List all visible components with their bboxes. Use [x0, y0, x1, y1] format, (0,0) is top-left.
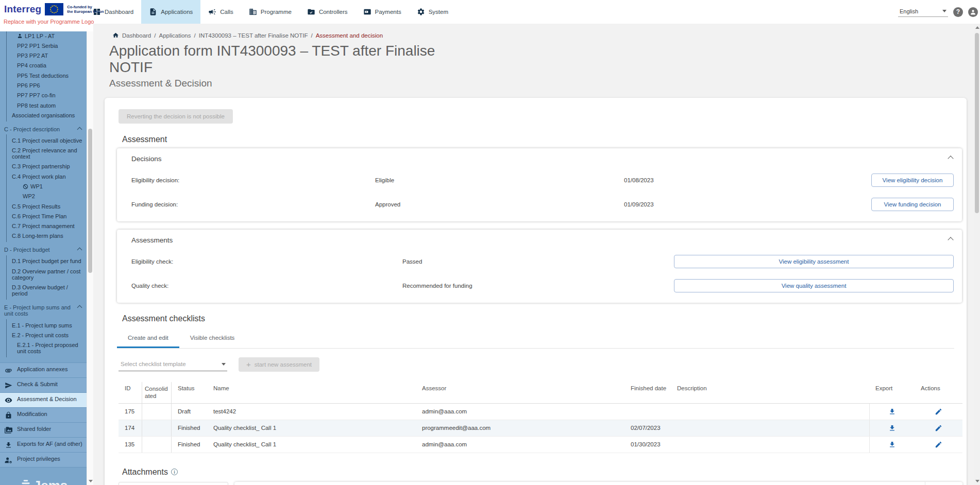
- decisions-title: Decisions: [131, 155, 954, 163]
- sidebar-item-shared-folder[interactable]: Shared folder: [0, 422, 87, 437]
- lock-icon: [5, 411, 12, 419]
- sidebar-item-assessment-decision[interactable]: Assessment & Decision: [0, 392, 87, 407]
- scroll-up-arrow-icon[interactable]: [975, 26, 979, 29]
- sidebar-scroll-thumb[interactable]: [88, 129, 92, 273]
- info-icon[interactable]: i: [171, 469, 178, 475]
- sidebar-item-d3[interactable]: D.3 Overview budget / period: [7, 282, 87, 298]
- sidebar-item-pp5[interactable]: PP5 Test deductions: [7, 71, 87, 80]
- page-title: Application form INT4300093 – TEST after…: [109, 43, 470, 76]
- sidebar-menu: Application annexes Check & Submit Asses…: [0, 362, 87, 467]
- attachments-table-header: File name Location Upload date User File…: [234, 482, 962, 485]
- download-icon: [888, 441, 896, 448]
- sidebar-item-exports[interactable]: Exports for AF (and other): [0, 437, 87, 452]
- eligibility-check-value: Passed: [402, 258, 674, 265]
- start-new-assessment-button[interactable]: + start new assessment: [239, 357, 319, 372]
- view-quality-assessment-button[interactable]: View quality assessment: [674, 279, 954, 292]
- payment-card-icon: [363, 8, 371, 16]
- sidebar-section-e[interactable]: E - Project lump sums and unit costs: [0, 300, 87, 319]
- edit-checklist-button[interactable]: [934, 440, 943, 449]
- checklist-table-header: ID Consolidated Status Name Assessor Fin…: [119, 382, 962, 404]
- nav-controllers[interactable]: Controllers: [299, 0, 356, 24]
- sidebar-item-c5[interactable]: C.5 Project Results: [7, 201, 87, 211]
- sidebar-section-c[interactable]: C - Project description: [0, 122, 87, 135]
- sidebar-item-c6[interactable]: C.6 Project Time Plan: [7, 211, 87, 221]
- chevron-up-icon: [77, 248, 82, 253]
- sidebar-item-check-submit[interactable]: Check & Submit: [0, 377, 87, 392]
- building-icon: [249, 8, 257, 16]
- export-checklist-button[interactable]: [887, 407, 897, 417]
- person-icon: [17, 33, 23, 39]
- breadcrumb-project[interactable]: INT4300093 – TEST after Finalise NOTIF: [199, 32, 308, 39]
- sidebar-item-lp1[interactable]: LP1 LP - AT: [7, 31, 87, 41]
- chevron-down-icon: [222, 363, 226, 366]
- section-d-group: D.1 Project budget per fund D.2 Overview…: [6, 255, 87, 300]
- scroll-down-arrow-icon[interactable]: [89, 480, 93, 482]
- sidebar-item-pp8[interactable]: PP8 test autom: [7, 100, 87, 110]
- view-funding-decision-button[interactable]: View funding decision: [871, 198, 954, 211]
- sidebar-item-modification[interactable]: Modification: [0, 407, 87, 422]
- edit-checklist-button[interactable]: [934, 423, 943, 433]
- replace-logo-text: Replace with your Programme Logo: [4, 19, 94, 25]
- partners-group: LP1 LP - AT PP2 PP1 Serbia PP3 PP2 AT PP…: [6, 30, 87, 122]
- home-icon[interactable]: [112, 32, 119, 39]
- breadcrumb-applications[interactable]: Applications: [159, 32, 191, 39]
- sidebar-item-pp4[interactable]: PP4 croatia: [7, 61, 87, 71]
- view-eligibility-decision-button[interactable]: View eligibility decision: [871, 174, 954, 187]
- sidebar-item-project-privileges[interactable]: Project privileges: [0, 452, 87, 467]
- breadcrumb-current: Assessment and decision: [316, 32, 383, 39]
- folder-media-icon: [5, 426, 12, 434]
- language-select[interactable]: English: [898, 7, 948, 17]
- tab-create-and-edit[interactable]: Create and edit: [117, 330, 179, 348]
- nav-applications[interactable]: Applications: [141, 0, 200, 24]
- quality-check-value: Recommended for funding: [402, 283, 674, 289]
- sidebar-item-c8[interactable]: C.8 Long-term plans: [7, 231, 87, 241]
- tab-visible-checklists[interactable]: Visible checklists: [179, 330, 246, 348]
- topbar-right: English ?: [898, 0, 978, 24]
- decisions-panel: Decisions Eligibility decision: Eligible…: [117, 148, 962, 221]
- sidebar-item-wp1[interactable]: WP1: [7, 181, 87, 191]
- sidebar-item-c7[interactable]: C.7 Project management: [7, 221, 87, 231]
- sidebar-item-pp3[interactable]: PP3 PP2 AT: [7, 51, 87, 61]
- sidebar-item-associated-organisations[interactable]: Associated organisations: [7, 110, 87, 120]
- sidebar-item-pp2[interactable]: PP2 PP1 Serbia: [7, 41, 87, 50]
- nav-payments[interactable]: Payments: [356, 0, 409, 24]
- sidebar-item-c2[interactable]: C.2 Project relevance and context: [7, 145, 87, 161]
- checklist-template-select[interactable]: Select checklist template: [119, 357, 227, 371]
- account-icon[interactable]: [968, 7, 978, 17]
- export-checklist-button[interactable]: [887, 440, 897, 449]
- sidebar-item-c1[interactable]: C.1 Project overall objective: [7, 135, 87, 145]
- sidebar-item-c3[interactable]: C.3 Project partnership: [7, 162, 87, 171]
- export-checklist-button[interactable]: [887, 423, 897, 433]
- sidebar-item-wp2[interactable]: WP2: [7, 192, 87, 201]
- pencil-icon: [935, 424, 942, 432]
- edit-checklist-button[interactable]: [934, 407, 943, 417]
- revert-decision-button[interactable]: Reverting the decision is not possible: [119, 109, 233, 124]
- attachments-table: File name Location Upload date User File…: [234, 482, 962, 485]
- sidebar-scrollbar[interactable]: [87, 26, 93, 485]
- sidebar-item-e21[interactable]: E.2.1 - Project proposed unit costs: [7, 340, 87, 356]
- sidebar-item-application-annexes[interactable]: Application annexes: [0, 362, 87, 377]
- sidebar-item-pp7[interactable]: PP7 PP7 co-fin: [7, 91, 87, 100]
- assessments-panel: Assessments Eligibility check: Passed Vi…: [117, 230, 962, 303]
- eligibility-check-row: Eligibility check: Passed View eligibili…: [131, 255, 954, 268]
- checklist-row: 135 Finished Quality checklist_ Call 1 a…: [119, 437, 962, 453]
- sidebar-item-d2[interactable]: D.2 Overview partner / cost category: [7, 266, 87, 282]
- nav-programme[interactable]: Programme: [241, 0, 299, 24]
- sidebar-item-e1[interactable]: E.1 - Project lump sums: [7, 320, 87, 330]
- section-e-group: E.1 - Project lump sums E.2 - Project un…: [6, 319, 87, 357]
- jems-footer: Jems A harmonised tool by Interact: [0, 478, 87, 485]
- page-scroll-thumb[interactable]: [975, 33, 979, 213]
- breadcrumb-dashboard[interactable]: Dashboard: [122, 32, 151, 39]
- scroll-down-arrow-icon[interactable]: [975, 480, 979, 482]
- sidebar-item-pp6[interactable]: PP6 PP6: [7, 80, 87, 90]
- view-eligibility-assessment-button[interactable]: View eligibility assessment: [674, 255, 954, 268]
- sidebar-item-d1[interactable]: D.1 Project budget per fund: [7, 256, 87, 266]
- help-icon[interactable]: ?: [953, 7, 963, 17]
- sidebar-item-c4[interactable]: C.4 Project work plan: [7, 171, 87, 181]
- document-icon: [149, 8, 157, 16]
- page-scrollbar[interactable]: [974, 24, 980, 485]
- sidebar-section-d[interactable]: D - Project budget: [0, 242, 87, 255]
- nav-system[interactable]: System: [409, 0, 456, 24]
- sidebar-item-e2[interactable]: E.2 - Project unit costs: [7, 330, 87, 340]
- nav-calls[interactable]: Calls: [200, 0, 241, 24]
